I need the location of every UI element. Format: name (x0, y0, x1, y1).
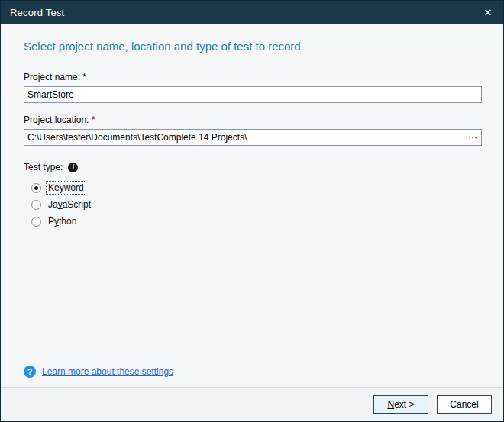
radio-javascript-label[interactable]: JavaScript (47, 198, 92, 211)
radio-button-icon[interactable] (31, 200, 41, 210)
project-location-label: Project location: * (24, 114, 480, 125)
learn-more-link[interactable]: Learn more about these settings (42, 366, 173, 377)
info-icon[interactable]: i (68, 163, 78, 172)
radio-keyword-label[interactable]: Keyword (47, 182, 86, 194)
dialog-body: Select project name, location and type o… (1, 24, 503, 387)
test-type-label: Test type: (24, 162, 63, 172)
cancel-button[interactable]: Cancel (437, 395, 492, 414)
test-type-row: Test type: i (24, 162, 480, 172)
test-type-radio-group: Keyword JavaScript Python (24, 179, 480, 230)
project-name-label: Project name: * (24, 72, 480, 82)
radio-button-icon[interactable] (31, 217, 41, 227)
radio-javascript[interactable]: JavaScript (31, 196, 480, 213)
window-title: Record Test (1, 7, 64, 18)
browse-ellipsis-button[interactable]: ··· (464, 130, 481, 145)
help-row: ? Learn more about these settings (24, 366, 480, 378)
project-name-input[interactable] (24, 86, 482, 103)
help-question-icon[interactable]: ? (24, 366, 36, 378)
radio-python[interactable]: Python (31, 213, 480, 230)
next-button[interactable]: Next > (373, 395, 428, 414)
radio-keyword[interactable]: Keyword (31, 179, 480, 196)
dialog-heading: Select project name, location and type o… (24, 39, 480, 54)
project-location-field: ··· (24, 129, 482, 146)
project-location-label-rest: roject location: * (30, 114, 95, 125)
project-location-input[interactable] (24, 130, 464, 145)
project-location-label-mnemonic: P (24, 114, 30, 125)
radio-python-label[interactable]: Python (47, 215, 78, 227)
record-test-dialog: Record Test ✕ Select project name, locat… (0, 0, 504, 422)
button-bar: Next > Cancel (1, 387, 503, 421)
close-icon[interactable]: ✕ (473, 1, 503, 24)
title-bar: Record Test ✕ (1, 1, 503, 24)
radio-button-icon[interactable] (31, 183, 41, 193)
